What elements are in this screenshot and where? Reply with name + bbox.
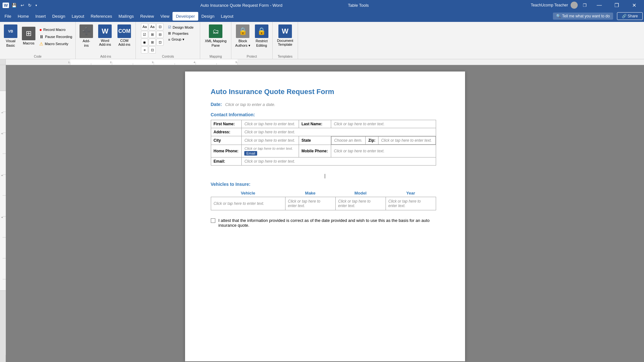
word-add-ins-button[interactable]: W WordAdd-ins — [96, 23, 114, 48]
user-avatar — [571, 2, 578, 9]
visual-basic-button[interactable]: VB VisualBasic — [2, 23, 19, 49]
menu-design[interactable]: Design — [49, 12, 68, 21]
document-area: Auto Insurance Quote Request Form Date: … — [6, 65, 644, 362]
restore-window-btn[interactable]: ❐ — [580, 3, 589, 8]
document-page: Auto Insurance Quote Request Form Date: … — [185, 71, 465, 361]
menu-developer[interactable]: Developer — [173, 12, 198, 21]
menu-mailings[interactable]: Mailings — [115, 12, 137, 21]
macros-button[interactable]: ⊞ Macros — [20, 25, 37, 47]
attestation-checkbox[interactable] — [211, 218, 215, 223]
svg-text:1: 1 — [1, 112, 3, 113]
menu-references[interactable]: References — [88, 12, 115, 21]
ctrl-aa1[interactable]: Aa — [141, 23, 148, 30]
city-value[interactable]: Click or tap here to enter text. — [242, 136, 299, 145]
left-ruler: 1 2 3 4 — [0, 65, 6, 362]
state-label: State — [299, 136, 331, 145]
make-cell[interactable]: Click or tap here toenter text. — [285, 197, 335, 210]
addins-group-label: Add-ins — [100, 53, 111, 58]
pause-recording-button[interactable]: ⏸ Pause Recording — [38, 33, 73, 40]
ctrl-lines[interactable]: ≡ — [141, 46, 148, 53]
menu-layout[interactable]: Layout — [69, 12, 88, 21]
restore-btn[interactable]: ❐ — [609, 0, 624, 10]
svg-text:1: 1 — [68, 61, 70, 64]
record-macro-button[interactable]: ● Record Macro — [38, 26, 73, 33]
text-cursor: | — [211, 173, 439, 178]
ctrl-box1[interactable]: ⊡ — [156, 23, 163, 30]
restrict-editing-button[interactable]: 🔒 RestrictEditing — [253, 23, 270, 49]
mobile-phone-value[interactable]: Click or tap here to enter text. — [331, 145, 436, 157]
macro-security-button[interactable]: ⚠ Macro Security — [38, 41, 73, 47]
mapping-group-label: Mapping — [210, 53, 222, 58]
contact-table: First Name: Click or tap here to enter t… — [211, 120, 436, 166]
table-row: Click or tap here to enter text. Click o… — [211, 197, 436, 210]
ctrl-box2[interactable]: ⊡ — [156, 39, 163, 46]
qat-more-btn[interactable]: ▾ — [34, 3, 38, 8]
vehicles-table: Vehicle Make Model Year Click or tap her… — [211, 189, 436, 210]
address-label: Address: — [211, 128, 242, 136]
address-value[interactable]: Click or tap here to enter text. — [242, 128, 436, 136]
ctrl-radio[interactable]: ◉ — [141, 39, 148, 46]
share-button[interactable]: 🔗 Share — [617, 12, 643, 20]
properties-button[interactable]: ⊞ Properties — [167, 31, 195, 36]
menu-view[interactable]: View — [157, 12, 173, 21]
svg-text:3: 3 — [1, 175, 3, 176]
search-icon: 🔍 — [556, 14, 561, 18]
last-name-label: Last Name: — [299, 120, 331, 128]
ctrl-grid2[interactable]: ⊞ — [149, 39, 156, 46]
email-label: Email: — [211, 157, 242, 166]
model-cell[interactable]: Click or tap here toenter text. — [335, 197, 386, 210]
zip-value[interactable]: Click or tap here to enter text. — [378, 137, 435, 145]
document-template-button[interactable]: W DocumentTemplate — [275, 23, 296, 48]
group-button[interactable]: ≡ Group ▾ — [167, 37, 195, 42]
vehicles-section-title: Vehicles to Insure: — [211, 182, 439, 187]
state-value[interactable]: Choose an item. — [331, 137, 366, 145]
add-ins-button[interactable]: ➕ Add-ins — [78, 23, 95, 49]
svg-text:3: 3 — [152, 61, 154, 64]
menu-file[interactable]: File — [1, 12, 14, 21]
record-icon: ● — [39, 27, 42, 32]
menu-table-layout[interactable]: Layout — [218, 12, 237, 21]
vehicle-cell[interactable]: Click or tap here to enter text. — [211, 197, 285, 210]
design-mode-button[interactable]: ☑ Design Mode — [167, 24, 195, 30]
attestation-row: I attest that the information provided i… — [211, 218, 439, 228]
controls-grid: Aa Aa ⊡ ☑ ⊞ ⊟ ◉ ⊞ ⊡ ≡ ⊡ — [141, 23, 163, 53]
ctrl-list[interactable]: ⊟ — [156, 31, 163, 38]
svg-rect-17 — [0, 91, 6, 291]
first-name-value[interactable]: Click or tap here to enter text. — [242, 120, 299, 128]
block-authors-button[interactable]: 🔒 BlockAuthors ▾ — [233, 23, 252, 49]
menu-insert[interactable]: Insert — [32, 12, 49, 21]
home-phone-value[interactable]: Click or tap here to enter text. — [244, 147, 296, 150]
templates-group-label: Templates — [278, 53, 293, 58]
controls-group-content: Aa Aa ⊡ ☑ ⊞ ⊟ ◉ ⊞ ⊡ ≡ ⊡ ☑ Design Mode — [141, 23, 195, 53]
table-row: Email: Click or tap here to enter text. — [211, 157, 436, 166]
email-tag[interactable]: Email — [244, 151, 257, 156]
last-name-value[interactable]: Click or tap here to enter text. — [331, 120, 436, 128]
contact-section-title: Contact Information: — [211, 112, 439, 117]
svg-text:2: 2 — [1, 133, 3, 134]
ctrl-box3[interactable]: ⊡ — [149, 46, 156, 53]
undo-btn[interactable]: ↩ — [19, 2, 25, 8]
ribbon-group-addins: ➕ Add-ins W WordAdd-ins COM COMAdd-ins A… — [76, 22, 136, 59]
menu-search[interactable]: 🔍 Tell me what you want to do — [553, 13, 613, 20]
date-value[interactable]: Click or tap to enter a date. — [225, 102, 275, 107]
ctrl-grid1[interactable]: ⊞ — [149, 31, 156, 38]
xml-mapping-pane-button[interactable]: 🗂 XML MappingPane — [202, 23, 229, 49]
menu-review[interactable]: Review — [137, 12, 157, 21]
ribbon-group-templates: W DocumentTemplate Templates — [273, 22, 298, 59]
minimize-btn[interactable]: — — [592, 0, 607, 10]
quick-save-btn[interactable]: 💾 — [10, 2, 18, 8]
model-col-header: Model — [335, 189, 386, 197]
year-cell[interactable]: Click or tap here toenter text. — [386, 197, 436, 210]
document-title: Auto Insurance Quote Request Form — [211, 88, 439, 96]
menu-table-design[interactable]: Design — [198, 12, 218, 21]
close-btn[interactable]: ✕ — [627, 0, 641, 10]
menu-home[interactable]: Home — [14, 12, 32, 21]
redo-btn[interactable]: ↻ — [27, 2, 33, 8]
ctrl-aa2[interactable]: Aa — [149, 23, 156, 30]
com-add-ins-button[interactable]: COM COMAdd-ins — [115, 23, 134, 48]
window-title: Auto Insurance Quote Request Form - Word… — [38, 3, 531, 8]
ctrl-check[interactable]: ☑ — [141, 31, 148, 38]
email-value[interactable]: Click or tap here to enter text. — [242, 157, 436, 166]
state-row: Choose an item. Zip: Click or tap here t… — [331, 136, 436, 145]
code-small-buttons: ● Record Macro ⏸ Pause Recording ⚠ Macro… — [38, 25, 73, 47]
